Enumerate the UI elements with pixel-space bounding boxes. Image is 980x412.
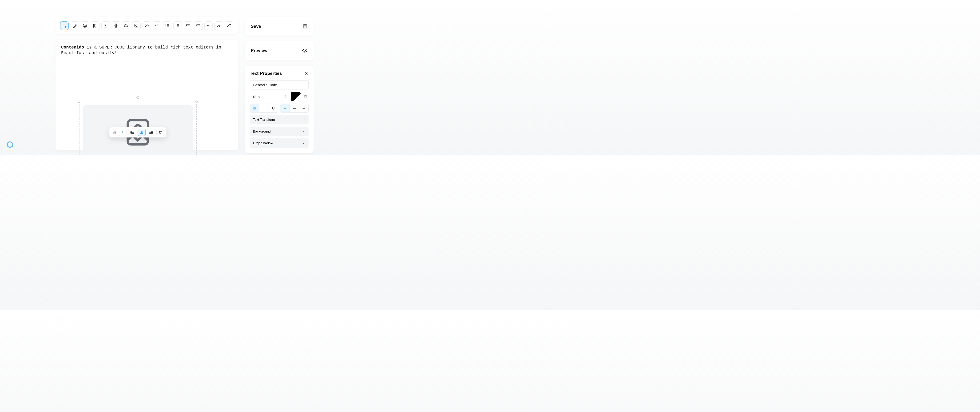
microphone-button[interactable] xyxy=(112,21,120,30)
map-button[interactable] xyxy=(91,21,99,30)
bold-button[interactable]: B xyxy=(250,104,259,112)
editor-toolbar xyxy=(56,17,238,34)
quote-button[interactable] xyxy=(153,21,161,30)
indent-button[interactable] xyxy=(184,21,192,30)
chevron-down-icon xyxy=(302,142,305,145)
text-align-left-button[interactable] xyxy=(280,104,290,112)
svg-point-10 xyxy=(165,26,166,26)
numbered-list-button[interactable] xyxy=(173,21,182,30)
editor-canvas[interactable]: Contenido is a SUPER COOL library to bui… xyxy=(56,40,238,150)
svg-rect-7 xyxy=(135,24,138,27)
rotate-handle-icon[interactable] xyxy=(137,96,139,99)
delete-image-button[interactable] xyxy=(156,129,164,136)
svg-rect-6 xyxy=(124,25,127,27)
svg-rect-15 xyxy=(141,132,142,133)
image-selection-frame: alt xyxy=(79,99,197,155)
redo-button[interactable] xyxy=(215,21,223,30)
alt-text-button[interactable]: alt xyxy=(111,131,117,134)
save-button[interactable]: Save xyxy=(245,17,314,35)
font-size-input[interactable]: 12 px ▲▼ xyxy=(250,92,289,101)
svg-rect-17 xyxy=(303,25,307,28)
drop-shadow-section[interactable]: Drop Shadow xyxy=(250,139,309,148)
link-button[interactable] xyxy=(143,21,151,30)
video-button[interactable] xyxy=(122,21,130,30)
save-label: Save xyxy=(251,24,261,29)
svg-point-9 xyxy=(165,24,166,25)
close-icon[interactable] xyxy=(304,71,309,76)
underline-button[interactable]: U xyxy=(269,104,278,112)
font-family-select[interactable]: Cascadia Code xyxy=(250,80,309,89)
svg-rect-14 xyxy=(130,132,132,133)
chevron-down-icon xyxy=(302,130,305,133)
text-settings-button[interactable] xyxy=(60,21,69,30)
bullet-list-button[interactable] xyxy=(163,21,172,30)
svg-rect-16 xyxy=(151,132,153,133)
eye-icon xyxy=(302,48,308,53)
italic-button[interactable]: I xyxy=(259,104,269,112)
eraser-button[interactable] xyxy=(225,21,233,30)
align-center-button[interactable] xyxy=(138,129,146,136)
resize-handle-icon[interactable] xyxy=(78,101,80,103)
svg-rect-5 xyxy=(115,24,117,26)
editor-content-text[interactable]: Contenido is a SUPER COOL library to bui… xyxy=(61,45,232,56)
clear-color-button[interactable] xyxy=(302,92,309,101)
color-swatch[interactable] xyxy=(291,92,301,101)
text-align-center-button[interactable] xyxy=(290,104,299,112)
align-right-button[interactable] xyxy=(147,129,155,136)
svg-point-2 xyxy=(84,25,84,26)
spinner-icon[interactable]: ▲▼ xyxy=(285,95,287,98)
align-left-button[interactable] xyxy=(128,129,136,136)
chevron-down-icon xyxy=(302,118,305,121)
background-section[interactable]: Background xyxy=(250,127,309,136)
text-properties-panel: Text Properties Cascadia Code 12 px ▲▼ xyxy=(245,66,314,153)
font-family-value: Cascadia Code xyxy=(253,83,277,87)
highlight-button[interactable] xyxy=(70,21,79,30)
text-transform-section[interactable]: Text Transform xyxy=(250,115,309,124)
trash-icon xyxy=(303,94,308,99)
resize-handle-icon[interactable] xyxy=(196,101,198,103)
svg-point-1 xyxy=(83,24,87,27)
add-card-button[interactable] xyxy=(101,21,110,30)
emoji-button[interactable] xyxy=(81,21,89,30)
effects-button[interactable] xyxy=(119,129,127,136)
image-floating-toolbar: alt xyxy=(109,127,167,137)
undo-button[interactable] xyxy=(204,21,213,30)
preview-label: Preview xyxy=(251,48,268,53)
svg-point-18 xyxy=(304,50,305,51)
preview-button[interactable]: Preview xyxy=(245,41,314,60)
svg-point-3 xyxy=(86,25,86,26)
chevron-right-icon xyxy=(303,83,305,86)
brand-logo-icon xyxy=(6,140,14,149)
save-icon xyxy=(302,24,308,29)
panel-title: Text Properties xyxy=(250,71,282,76)
image-button[interactable] xyxy=(132,21,141,30)
text-align-right-button[interactable] xyxy=(299,104,308,112)
svg-point-11 xyxy=(165,27,166,27)
outdent-button[interactable] xyxy=(194,21,202,30)
